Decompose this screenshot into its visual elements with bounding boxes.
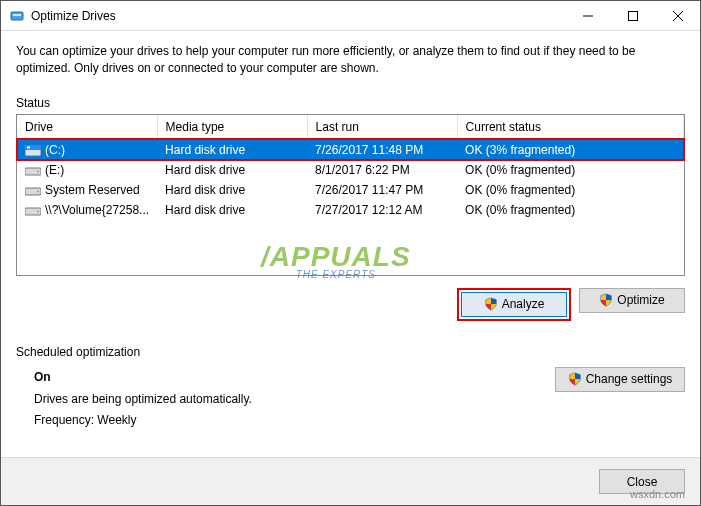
drive-icon [25, 205, 41, 216]
optimize-drives-window: Optimize Drives You can optimize your dr… [0, 0, 701, 506]
drives-table: Drive Media type Last run Current status… [16, 114, 685, 276]
table-row[interactable]: System ReservedHard disk drive7/26/2017 … [17, 180, 684, 200]
drive-icon [25, 185, 41, 196]
window-title: Optimize Drives [31, 9, 565, 23]
minimize-button[interactable] [565, 1, 610, 30]
drive-icon [25, 145, 41, 156]
intro-text: You can optimize your drives to help you… [16, 43, 685, 78]
svg-point-14 [37, 211, 39, 213]
col-last-run[interactable]: Last run [307, 115, 457, 140]
footer: Close [1, 457, 700, 505]
svg-rect-6 [25, 149, 41, 156]
shield-icon [568, 372, 582, 386]
drive-icon [25, 165, 41, 176]
analyze-label: Analyze [502, 297, 545, 311]
scheduled-optimization-label: Scheduled optimization [16, 345, 685, 359]
col-current-status[interactable]: Current status [457, 115, 683, 140]
change-settings-label: Change settings [586, 372, 673, 386]
shield-icon [484, 297, 498, 311]
analyze-button[interactable]: Analyze [461, 292, 567, 317]
close-dialog-button[interactable]: Close [599, 469, 685, 494]
schedule-state: On [34, 367, 555, 387]
shield-icon [599, 293, 613, 307]
maximize-button[interactable] [610, 1, 655, 30]
svg-rect-3 [628, 11, 637, 20]
svg-point-12 [37, 191, 39, 193]
schedule-frequency: Frequency: Weekly [34, 410, 555, 430]
schedule-desc: Drives are being optimized automatically… [34, 389, 555, 409]
change-settings-button[interactable]: Change settings [555, 367, 685, 392]
optimize-button[interactable]: Optimize [579, 288, 685, 313]
schedule-text: On Drives are being optimized automatica… [16, 367, 555, 430]
status-label: Status [16, 96, 685, 110]
table-filler [17, 220, 684, 275]
svg-rect-8 [27, 147, 30, 149]
titlebar[interactable]: Optimize Drives [1, 1, 700, 31]
table-row[interactable]: (E:)Hard disk drive8/1/2017 6:22 PMOK (0… [17, 160, 684, 180]
app-icon [9, 8, 25, 24]
col-drive[interactable]: Drive [17, 115, 157, 140]
table-row[interactable]: \\?\Volume{27258...Hard disk drive7/27/2… [17, 200, 684, 220]
content-area: You can optimize your drives to help you… [1, 31, 700, 457]
col-media-type[interactable]: Media type [157, 115, 307, 140]
optimize-label: Optimize [617, 293, 664, 307]
close-label: Close [627, 475, 658, 489]
close-button[interactable] [655, 1, 700, 30]
action-row: Analyze Optimize [16, 288, 685, 321]
svg-rect-1 [13, 14, 21, 16]
svg-point-10 [37, 171, 39, 173]
table-row[interactable]: (C:)Hard disk drive7/26/2017 11:48 PMOK … [17, 139, 684, 160]
analyze-highlight: Analyze [457, 288, 571, 321]
table-header-row[interactable]: Drive Media type Last run Current status [17, 115, 684, 140]
